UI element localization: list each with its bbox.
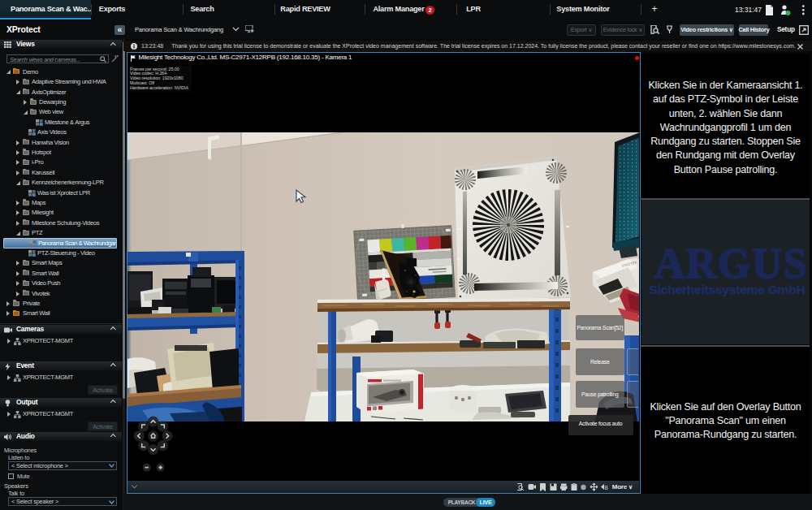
svg-text:B: B xyxy=(604,484,607,490)
